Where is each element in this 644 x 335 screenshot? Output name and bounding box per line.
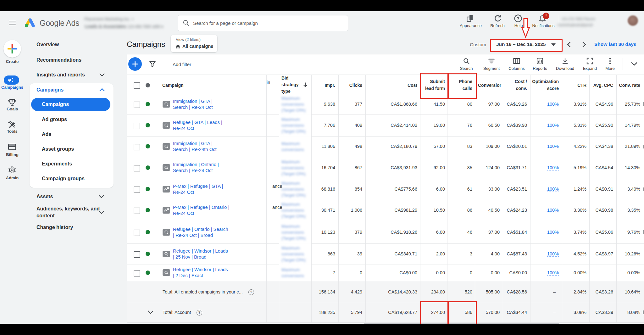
svg-text:?: ? [517,16,519,21]
